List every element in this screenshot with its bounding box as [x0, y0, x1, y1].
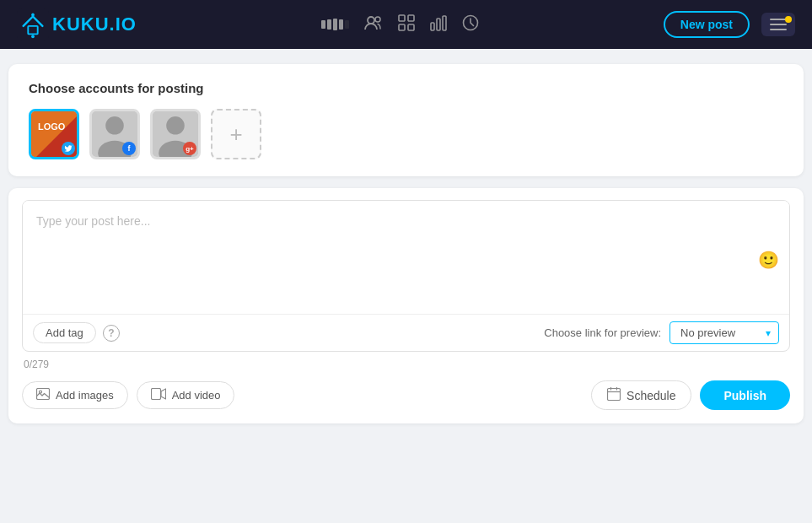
char-count: 0/279 — [22, 359, 790, 370]
calendar-icon — [607, 387, 621, 403]
new-post-button[interactable]: New post — [664, 11, 750, 38]
svg-rect-11 — [431, 23, 434, 30]
accounts-card: Choose accounts for posting LOGO LOGO — [8, 64, 804, 176]
tag-area: Add tag ? — [33, 322, 120, 343]
right-actions: Schedule Publish — [591, 380, 790, 410]
svg-point-5 — [368, 17, 374, 24]
svg-rect-7 — [399, 15, 405, 21]
svg-rect-26 — [151, 389, 160, 400]
main-content: Choose accounts for posting LOGO LOGO — [0, 49, 812, 439]
schedule-label: Schedule — [626, 389, 675, 402]
kuku-logo-icon — [17, 8, 49, 40]
svg-rect-27 — [608, 389, 621, 401]
account-avatar-twitter-logo[interactable]: LOGO LOGO — [29, 109, 79, 159]
add-video-button[interactable]: Add video — [137, 381, 235, 409]
gplus-badge: g+ — [183, 142, 196, 155]
people-icon[interactable] — [364, 15, 383, 35]
battery-icon[interactable] — [321, 19, 349, 30]
svg-point-4 — [31, 35, 35, 38]
add-images-label: Add images — [56, 389, 114, 402]
calendar-grid-icon[interactable] — [398, 14, 415, 35]
accounts-row: LOGO LOGO — [29, 109, 783, 159]
post-actions: Add images Add video — [22, 380, 790, 410]
chart-icon[interactable] — [430, 14, 447, 35]
emoji-icon[interactable]: 🙂 — [758, 250, 779, 270]
nav-icons — [321, 14, 479, 35]
hamburger-line-2 — [770, 24, 787, 25]
help-icon[interactable]: ? — [103, 325, 120, 342]
post-editor-card: 🙂 Add tag ? Choose link for preview: No … — [8, 188, 804, 423]
account-avatar-gplus[interactable]: g+ — [150, 109, 201, 159]
svg-point-22 — [166, 116, 185, 135]
add-images-button[interactable]: Add images — [22, 381, 128, 409]
clock-icon[interactable] — [462, 14, 479, 35]
link-preview-label: Choose link for preview: — [544, 326, 661, 339]
add-video-label: Add video — [172, 389, 221, 402]
svg-rect-10 — [408, 24, 414, 30]
hamburger-menu-button[interactable] — [761, 13, 795, 36]
link-preview-select-wrapper: No preview First link Last link ▾ — [669, 321, 779, 344]
media-buttons: Add images Add video — [22, 381, 234, 409]
svg-rect-12 — [437, 19, 440, 30]
twitter-badge — [62, 142, 75, 155]
navbar: KUKU.IO — [0, 0, 812, 49]
post-editor-wrapper: 🙂 Add tag ? Choose link for preview: No … — [22, 200, 790, 352]
nav-right: New post — [664, 11, 795, 38]
hamburger-line-3 — [770, 29, 787, 30]
post-textarea[interactable] — [23, 201, 789, 310]
image-icon — [36, 388, 50, 402]
editor-bottom-bar: Add tag ? Choose link for preview: No pr… — [23, 314, 789, 351]
accounts-section-title: Choose accounts for posting — [29, 81, 783, 95]
svg-point-6 — [375, 17, 380, 22]
svg-rect-8 — [408, 15, 414, 21]
account-avatar-facebook[interactable]: f — [89, 109, 140, 159]
add-tag-button[interactable]: Add tag — [33, 322, 96, 343]
publish-button[interactable]: Publish — [700, 380, 790, 410]
notification-dot — [785, 16, 792, 23]
svg-text:LOGO: LOGO — [38, 121, 66, 132]
add-account-button[interactable]: + — [211, 109, 261, 159]
svg-rect-13 — [443, 16, 446, 30]
logo-area: KUKU.IO — [17, 8, 137, 40]
schedule-button[interactable]: Schedule — [591, 380, 691, 410]
svg-point-19 — [105, 116, 124, 135]
link-preview-select[interactable]: No preview First link Last link — [669, 321, 779, 344]
hamburger-line-1 — [770, 19, 787, 20]
svg-rect-9 — [399, 24, 405, 30]
brand-name: KUKU.IO — [52, 13, 137, 35]
textarea-container: 🙂 — [23, 201, 789, 314]
link-preview-area: Choose link for preview: No preview Firs… — [544, 321, 779, 344]
facebook-badge: f — [122, 142, 136, 155]
video-icon — [151, 388, 166, 402]
